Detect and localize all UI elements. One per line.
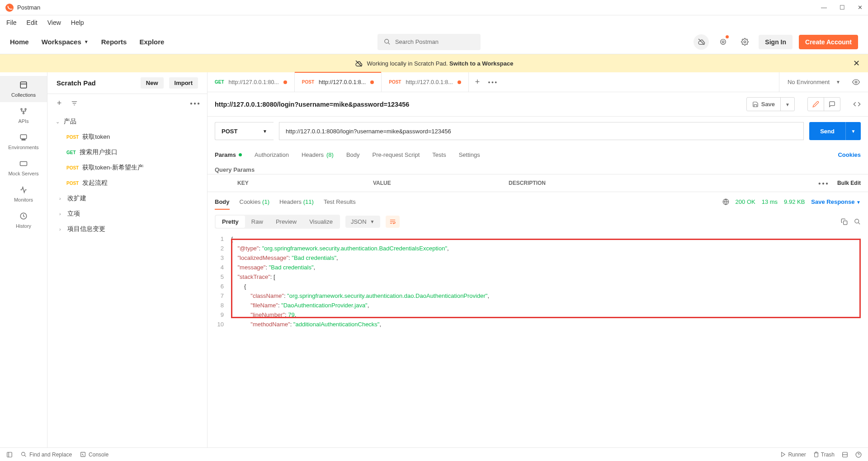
maximize-icon[interactable]: ☐ [840, 4, 845, 11]
code-icon[interactable] [853, 100, 861, 108]
sidebar-toggle-icon[interactable] [6, 452, 13, 458]
resp-tab-body[interactable]: Body [215, 198, 230, 205]
rail-mock-servers[interactable]: Mock Servers [0, 155, 47, 181]
nav-reports[interactable]: Reports [101, 38, 127, 46]
wrap-lines-icon[interactable] [386, 216, 400, 228]
view-mode-group: Pretty Raw Preview Visualize [215, 215, 340, 229]
search-input[interactable]: Search Postman [377, 34, 481, 50]
save-response-button[interactable]: Save Response ▼ [811, 198, 861, 205]
save-dropdown[interactable]: ▼ [780, 98, 794, 111]
view-preview[interactable]: Preview [269, 216, 303, 228]
nav-home[interactable]: Home [10, 38, 29, 46]
capture-icon[interactable] [715, 34, 731, 50]
tab-more-icon[interactable]: ●●● [488, 80, 498, 85]
edit-icon[interactable] [808, 98, 824, 111]
params-table-header: KEY VALUE DESCRIPTION ●●● Bulk Edit [208, 174, 868, 192]
rail-history[interactable]: History [0, 207, 47, 233]
menu-edit[interactable]: Edit [27, 19, 38, 26]
url-input[interactable] [279, 122, 804, 140]
cookies-link[interactable]: Cookies [838, 151, 861, 158]
eye-icon[interactable] [852, 78, 860, 86]
tree-folder[interactable]: ›改扩建 [51, 191, 203, 206]
resp-tab-tests[interactable]: Test Results [324, 198, 356, 205]
view-raw[interactable]: Raw [245, 216, 269, 228]
view-pretty[interactable]: Pretty [216, 216, 245, 228]
tab-prerequest[interactable]: Pre-request Script [373, 151, 420, 158]
col-description: DESCRIPTION [509, 180, 818, 186]
comment-icon[interactable] [824, 98, 840, 111]
rail-monitors[interactable]: Monitors [0, 181, 47, 207]
import-button[interactable]: Import [169, 77, 198, 89]
save-button[interactable]: Save ▼ [746, 97, 795, 111]
close-icon[interactable]: ✕ [858, 4, 863, 11]
tab-params[interactable]: Params [215, 151, 242, 158]
dirty-indicator-icon [370, 80, 374, 84]
tab[interactable]: GEThttp://127.0.0.1:80... [208, 72, 295, 92]
tab-authorization[interactable]: Authorization [255, 151, 289, 158]
tree-item[interactable]: GET搜索用户接口 [51, 145, 203, 160]
minimize-icon[interactable]: — [821, 4, 827, 11]
resp-tab-cookies[interactable]: Cookies (1) [240, 198, 269, 205]
format-selector[interactable]: JSON▼ [345, 216, 380, 228]
sidebar-title: Scratch Pad [57, 79, 135, 87]
app-name: Postman [17, 4, 40, 11]
console-button[interactable]: Console [80, 452, 108, 458]
tree-item[interactable]: POST发起流程 [51, 175, 203, 191]
tree-item[interactable]: POST获取token [51, 129, 203, 145]
tree-item[interactable]: POST获取token-新希望生产 [51, 160, 203, 175]
tab[interactable]: POSThttp://127.0.0.1:8... [295, 72, 382, 92]
menu-view[interactable]: View [47, 19, 61, 26]
dirty-indicator-icon [458, 80, 461, 84]
search-response-icon[interactable] [854, 218, 861, 225]
find-replace-button[interactable]: Find and Replace [21, 452, 72, 458]
nav-explore[interactable]: Explore [139, 38, 164, 46]
new-button[interactable]: New [141, 77, 164, 89]
environment-selector[interactable]: No Environment ▼ [779, 72, 868, 92]
globe-icon[interactable] [722, 198, 729, 205]
new-tab-icon[interactable]: + [475, 77, 480, 87]
svg-point-3 [721, 39, 726, 44]
tab-settings[interactable]: Settings [459, 151, 480, 158]
trash-button[interactable]: Trash [813, 452, 835, 458]
menu-help[interactable]: Help [71, 19, 84, 26]
method-selector[interactable]: POST▼ [215, 122, 274, 140]
tab-body[interactable]: Body [346, 151, 360, 158]
add-icon[interactable]: + [54, 99, 65, 108]
svg-point-26 [855, 219, 859, 223]
nav-workspaces[interactable]: Workspaces▼ [42, 38, 89, 46]
request-title: http://127.0.0.1:8080/login?username=mik… [215, 101, 742, 108]
create-account-button[interactable]: Create Account [799, 35, 858, 49]
copy-icon[interactable] [841, 218, 848, 225]
runner-button[interactable]: Runner [780, 452, 806, 458]
resp-tab-headers[interactable]: Headers (11) [279, 198, 314, 205]
settings-icon[interactable] [737, 34, 752, 50]
banner: Working locally in Scratch Pad. Switch t… [0, 54, 868, 72]
tree-folder-root[interactable]: ⌄产品 [51, 114, 203, 129]
layout-icon[interactable] [842, 452, 848, 458]
tab-tests[interactable]: Tests [432, 151, 446, 158]
banner-close-icon[interactable]: ✕ [853, 58, 860, 68]
rail-apis[interactable]: APIs [0, 102, 47, 128]
sync-off-icon[interactable] [693, 34, 709, 50]
rail-environments[interactable]: Environments [0, 128, 47, 155]
send-button[interactable]: Send [809, 122, 845, 140]
more-icon[interactable]: ●●● [190, 101, 201, 106]
cols-more-icon[interactable]: ●●● [818, 181, 829, 186]
tab[interactable]: POSThttp://127.0.0.1:8... [382, 72, 468, 92]
tree-folder[interactable]: ›项目信息变更 [51, 221, 203, 237]
menu-file[interactable]: File [6, 19, 17, 26]
dot-indicator-icon [239, 153, 242, 156]
signin-button[interactable]: Sign In [759, 35, 793, 49]
bulk-edit-button[interactable]: Bulk Edit [837, 180, 861, 186]
filter-icon[interactable] [71, 100, 82, 107]
tab-headers[interactable]: Headers (8) [302, 151, 334, 158]
rail-collections[interactable]: Collections [0, 76, 47, 102]
help-icon[interactable] [855, 452, 862, 458]
tree-folder[interactable]: ›立项 [51, 206, 203, 221]
svg-rect-7 [20, 82, 27, 88]
chevron-down-icon: ⌄ [56, 119, 64, 125]
response-body[interactable]: 1{ 2 "@type": "org.springframework.secur… [208, 232, 868, 334]
switch-workspace-link[interactable]: Switch to a Workspace [449, 60, 513, 67]
view-visualize[interactable]: Visualize [303, 216, 339, 228]
send-dropdown[interactable]: ▼ [845, 122, 861, 140]
